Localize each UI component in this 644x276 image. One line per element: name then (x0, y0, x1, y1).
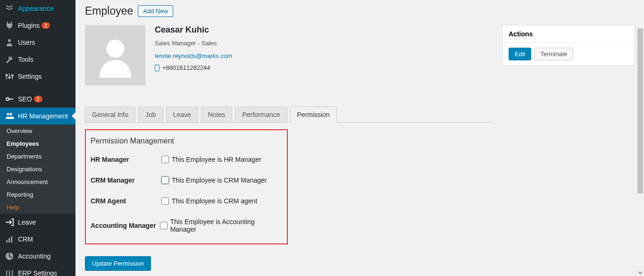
sidebar-item-accounting[interactable]: Accounting (0, 248, 75, 265)
permission-label: Accounting Manager (91, 222, 160, 229)
notification-badge: 2 (34, 96, 42, 102)
permission-desc: This Employee is Accounting Manager (170, 218, 280, 233)
sidebar-label: Users (18, 39, 35, 46)
submenu-departments[interactable]: Departments (0, 150, 75, 163)
sidebar-label: SEO (18, 95, 32, 103)
svg-rect-15 (9, 270, 10, 276)
sidebar-item-leave[interactable]: Leave (0, 214, 75, 231)
submenu-announcement[interactable]: Announcement (0, 176, 75, 188)
permission-title: Permission Management (86, 137, 280, 145)
sidebar-label: Accounting (18, 252, 50, 260)
erp-settings-icon (5, 268, 14, 276)
crm-icon (5, 234, 14, 244)
sidebar-label: Tools (18, 56, 33, 63)
sidebar-label: Appearance (18, 5, 54, 12)
sidebar-item-appearance[interactable]: Appearance (0, 0, 75, 17)
svg-rect-6 (11, 75, 14, 76)
tools-icon (5, 55, 14, 64)
hr-icon (5, 111, 14, 121)
actions-panel: Actions Edit Terminate (502, 25, 635, 66)
permission-label: CRM Agent (91, 197, 161, 205)
tab-permission[interactable]: Permission (290, 107, 337, 123)
terminate-button[interactable]: Terminate (534, 48, 573, 60)
permission-label: HR Manager (91, 156, 161, 163)
tab-general-info[interactable]: General Info (85, 107, 135, 122)
employee-email-link[interactable]: lennie.reynolds@marks.com (155, 52, 232, 59)
employee-role: Sales Manager - Sales (155, 40, 232, 47)
appearance-icon (5, 4, 14, 13)
avatar (85, 25, 145, 85)
sidebar-label: Plugins (18, 22, 40, 29)
tab-leave[interactable]: Leave (166, 107, 198, 122)
tab-notes[interactable]: Notes (201, 107, 233, 122)
page-header: Employee Add New (85, 5, 635, 17)
sidebar-label: Leave (18, 218, 36, 226)
seo-icon (5, 94, 14, 104)
sidebar-item-users[interactable]: Users (0, 34, 75, 51)
main-content: Employee Add New Ceasar Kuhic Sales Mana… (75, 0, 644, 276)
permission-row-accounting-manager: Accounting Manager This Employee is Acco… (86, 218, 280, 233)
sidebar-item-plugins[interactable]: Plugins 2 (0, 17, 75, 34)
sidebar-item-crm[interactable]: CRM (0, 231, 75, 248)
sidebar-label: Settings (18, 73, 42, 80)
scroll-down-icon[interactable] (637, 269, 643, 276)
submenu-designations[interactable]: Designations (0, 163, 75, 176)
submenu-help[interactable]: Help (0, 201, 75, 214)
add-new-button[interactable]: Add New (138, 5, 173, 17)
scrollbar-thumb[interactable] (637, 28, 643, 193)
permission-desc: This Employee is CRM Manager (172, 176, 267, 184)
crm-agent-checkbox[interactable] (161, 197, 169, 205)
sidebar-label: HR Management (18, 112, 68, 120)
settings-icon (5, 72, 14, 81)
svg-point-17 (106, 40, 124, 58)
svg-rect-2 (9, 74, 10, 79)
sidebar-label: CRM (18, 235, 33, 243)
employee-name: Ceasar Kuhic (155, 25, 232, 35)
svg-rect-5 (8, 77, 11, 78)
sidebar-item-tools[interactable]: Tools (0, 51, 75, 68)
sidebar-item-settings[interactable]: Settings (0, 68, 75, 85)
hr-submenu: Overview Employees Departments Designati… (0, 125, 75, 214)
tab-job[interactable]: Job (138, 107, 163, 122)
permission-desc: This Employee is HR Manager (172, 156, 261, 163)
employee-tabs: General Info Job Leave Notes Performance… (85, 107, 493, 123)
svg-rect-1 (6, 74, 7, 79)
plugins-icon (5, 21, 14, 30)
svg-rect-16 (12, 270, 13, 276)
crm-manager-checkbox[interactable] (161, 176, 169, 184)
svg-rect-14 (6, 270, 7, 276)
permission-row-crm-agent: CRM Agent This Employee is CRM agent (86, 197, 280, 205)
permission-row-hr-manager: HR Manager This Employee is HR Manager (86, 156, 280, 163)
submenu-employees[interactable]: Employees (0, 137, 75, 150)
sidebar-item-hr-management[interactable]: HR Management (0, 108, 75, 125)
update-permission-button[interactable]: Update Permission (85, 256, 151, 271)
sidebar-item-erp-settings[interactable]: ERP Settings (0, 265, 75, 276)
employee-profile: Ceasar Kuhic Sales Manager - Sales lenni… (85, 25, 493, 85)
svg-point-0 (8, 39, 11, 42)
hr-manager-checkbox[interactable] (161, 156, 169, 163)
svg-rect-4 (5, 75, 8, 76)
permission-label: CRM Manager (91, 176, 161, 184)
page-title: Employee (85, 5, 133, 17)
employee-phone-value: +8801611282244 (162, 64, 210, 71)
admin-sidebar: Appearance Plugins 2 Users Tools Setting… (0, 0, 75, 276)
edit-button[interactable]: Edit (509, 48, 531, 60)
phone-icon (155, 65, 159, 71)
sidebar-label: ERP Settings (18, 269, 57, 276)
leave-icon (5, 217, 14, 227)
sidebar-item-seo[interactable]: SEO 2 (0, 91, 75, 108)
svg-point-7 (6, 98, 9, 100)
tab-performance[interactable]: Performance (235, 107, 287, 122)
permission-row-crm-manager: CRM Manager This Employee is CRM Manager (86, 176, 280, 184)
svg-rect-12 (11, 236, 12, 243)
notification-badge: 2 (42, 22, 50, 29)
users-icon (5, 38, 14, 47)
accounting-manager-checkbox[interactable] (160, 222, 167, 229)
submenu-reporting[interactable]: Reporting (0, 188, 75, 201)
submenu-overview[interactable]: Overview (0, 125, 75, 137)
page-scrollbar[interactable] (637, 0, 643, 276)
accounting-icon (5, 251, 14, 261)
svg-rect-10 (6, 240, 8, 243)
svg-point-9 (10, 113, 12, 116)
svg-rect-11 (8, 238, 10, 243)
